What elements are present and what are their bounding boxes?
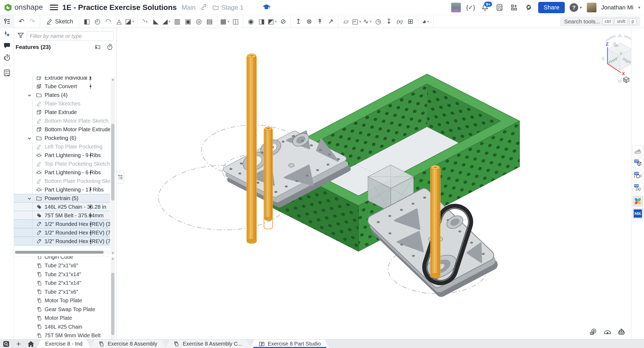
chevron-down-icon[interactable]: ∨ [274, 20, 277, 23]
new-tab-button[interactable]: + [12, 340, 25, 348]
stack-icon[interactable]: ▤ [204, 16, 215, 27]
app-pinwheel-icon[interactable] [632, 196, 643, 207]
breadcrumb[interactable]: Stage 1 [212, 4, 244, 11]
collaborator-avatar[interactable] [451, 3, 461, 12]
graduation-cap-icon[interactable] [262, 3, 270, 12]
share-button[interactable]: Share [538, 2, 565, 13]
link-icon[interactable] [200, 3, 207, 12]
protractor-icon[interactable] [603, 327, 612, 337]
ai-advisor-icon[interactable] [524, 3, 533, 12]
named-views-table-icon[interactable] [632, 158, 643, 168]
shell-icon[interactable]: ▣ [183, 16, 193, 27]
feature-tree-scrollbar[interactable]: ▲ ▼ [111, 77, 115, 255]
feature-row[interactable]: Part Lightening - 9 Ribs [14, 151, 110, 159]
rib-icon[interactable]: ▥ [172, 16, 183, 27]
revolve-icon[interactable]: ◴ [92, 16, 103, 27]
part-row[interactable]: Motor Plate [14, 314, 110, 323]
chevron-down-icon[interactable]: ∨ [369, 20, 372, 23]
part-row[interactable]: Tube 2"x1"x6" [14, 287, 110, 296]
feature-row[interactable]: 1/2" Rounded Hex (REV) (7.87... [14, 237, 110, 246]
pattern-icon[interactable]: ▦∨ [219, 16, 230, 27]
replace-face-icon[interactable]: ⊗ [304, 16, 314, 27]
suppression-dots-icon[interactable] [89, 221, 92, 229]
feature-row[interactable]: Part Lightening - 17 Ribs [14, 185, 110, 194]
undo-icon[interactable]: ↶ [16, 16, 27, 27]
feature-tree-hscrollbar[interactable] [14, 250, 110, 254]
suppression-dots-icon[interactable] [89, 186, 92, 194]
view-options-menu[interactable]: ▾ [623, 76, 631, 83]
home-tab-icon[interactable] [25, 340, 37, 348]
feature-row[interactable]: Pocketing (6) [14, 134, 110, 142]
feature-row[interactable]: Bottom Plate Pocketing Sketch [14, 177, 110, 185]
comments-icon[interactable] [0, 40, 14, 52]
chevron-down-icon[interactable]: ∨ [145, 20, 148, 23]
scroll-up-icon[interactable]: ▲ [111, 77, 115, 81]
extend-face-icon[interactable]: ↟ [314, 16, 325, 27]
chevron-down-icon[interactable] [27, 196, 31, 202]
app-mk-icon[interactable]: MK [632, 208, 643, 219]
workspace-name[interactable]: Main [182, 4, 196, 11]
modify-fillet-icon[interactable]: ◩∨ [267, 16, 278, 27]
graphics-area[interactable]: Top Front Right Z X Y ▾ [117, 28, 631, 339]
chevron-down-icon[interactable]: ∨ [168, 20, 171, 23]
chamfer-icon[interactable]: ◣ [150, 16, 161, 27]
rollback-timer-icon[interactable] [107, 44, 113, 51]
tab-exercise-8-ind[interactable]: Exercise 8 - Ind [37, 340, 91, 348]
suppression-dots-icon[interactable] [89, 238, 92, 246]
part-row[interactable]: Motor Top Plate [14, 296, 110, 305]
derive-icon[interactable]: ⊞ [405, 16, 416, 27]
suppression-dots-icon[interactable] [89, 76, 92, 82]
mass-properties-icon[interactable] [617, 327, 626, 337]
plane-icon[interactable]: ▱ [341, 16, 351, 27]
hex-shaft-7-5in[interactable] [247, 54, 256, 244]
selection-list-flyout[interactable] [117, 172, 124, 183]
feature-row[interactable]: Plates (4) [14, 91, 110, 99]
chevron-down-icon[interactable] [27, 136, 31, 142]
import-icon[interactable]: ↧ [383, 16, 394, 27]
filter-input[interactable] [27, 31, 114, 41]
move-face-icon[interactable]: ↥ [293, 16, 304, 27]
part-row[interactable]: Tube 2"x1"x14" [14, 270, 110, 279]
surface-icon[interactable]: ◰∨ [351, 16, 362, 27]
feature-row[interactable]: Bottom Motor Plate Sketch [14, 116, 110, 125]
tasks-icon[interactable] [495, 3, 504, 12]
scroll-down-icon[interactable]: ▼ [111, 251, 115, 255]
filter-funnel-icon[interactable] [17, 32, 24, 40]
hex-shaft-7-875in[interactable] [430, 165, 440, 278]
scroll-up-icon[interactable]: ▲ [111, 257, 115, 260]
fill-surface-icon[interactable]: ◷ [373, 16, 383, 27]
part-row[interactable]: 146L #25 Chain [14, 322, 110, 331]
suppression-dots-icon[interactable] [89, 169, 92, 177]
parts-list-scrollbar[interactable]: ▲ ▼ [111, 257, 115, 348]
part-row[interactable]: Tube 2"x1"x6" [14, 261, 110, 270]
tab-exercise-8-part-studio[interactable]: Exercise 8 Part Studio [251, 340, 329, 348]
user-avatar[interactable] [587, 3, 596, 12]
feature-row[interactable]: 1/2" Rounded Hex (REV) (3 in) [14, 220, 110, 228]
mirror-icon[interactable]: ◫ [230, 16, 241, 27]
split-icon[interactable]: ◨ [256, 16, 267, 27]
extrude-icon[interactable]: ◧ [81, 16, 92, 27]
insert-feature-icon[interactable] [0, 28, 14, 40]
apps-grid-icon[interactable] [509, 3, 519, 12]
suppression-dots-icon[interactable] [89, 83, 92, 91]
feature-row[interactable]: 1/2" Rounded Hex (REV) (7.5 in) [14, 228, 110, 237]
search-tabs-icon[interactable] [0, 340, 12, 348]
feature-row[interactable]: Top Plate Pocketing Sketch [14, 159, 110, 168]
feature-row[interactable]: Bottom Motor Plate Extrude [14, 125, 110, 134]
suppression-dots-icon[interactable] [89, 204, 92, 211]
appearance-panel-icon[interactable] [632, 145, 643, 156]
tab-exercise-8-assembly[interactable]: Exercise 8 Assembly [91, 340, 166, 348]
suppression-dots-icon[interactable] [89, 229, 92, 237]
chevron-down-icon[interactable]: ∨ [427, 20, 429, 23]
feature-row[interactable]: Powertrain (5) [14, 194, 110, 203]
tape-measure-icon[interactable] [589, 327, 598, 337]
feature-row[interactable]: 75T 5M Belt - 375.04mm [14, 211, 110, 220]
chevron-down-icon[interactable] [27, 93, 31, 99]
part-row[interactable]: Gear Swap Top Plate [14, 305, 110, 314]
suppression-dots-icon[interactable] [89, 152, 92, 160]
appearance-icon[interactable]: ◕∨ [420, 16, 431, 27]
thicken-icon[interactable]: ◪∨ [124, 16, 135, 27]
helix-icon[interactable]: ∿∨ [362, 16, 373, 27]
chevron-down-icon[interactable]: ∨ [132, 20, 135, 23]
redo-icon[interactable]: ↷ [27, 16, 38, 27]
